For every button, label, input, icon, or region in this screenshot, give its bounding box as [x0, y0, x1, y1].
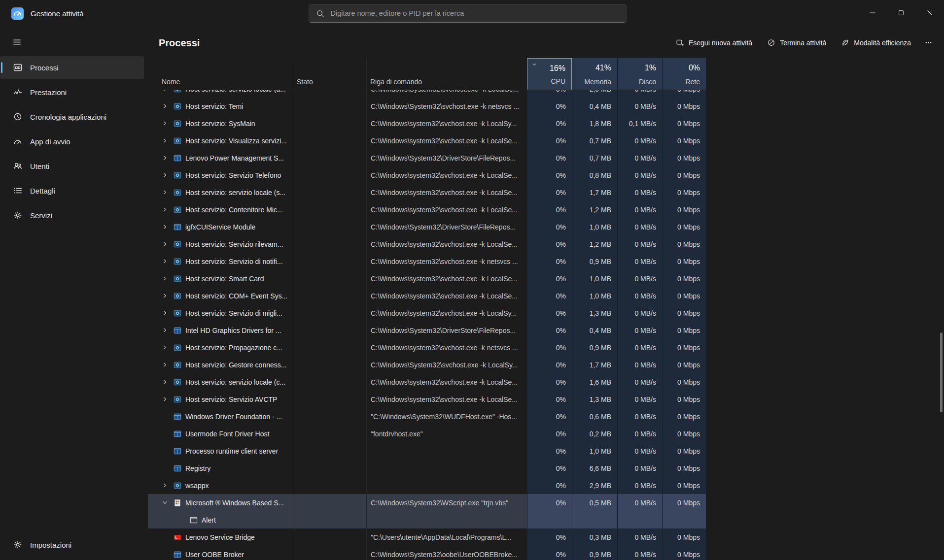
chevron-right-icon[interactable]: [162, 155, 174, 161]
network-value-cell: 0 Mbps: [662, 149, 706, 166]
chevron-right-icon[interactable]: [162, 120, 174, 127]
process-row[interactable]: Host servizio: Servizio di notifi...C:\W…: [148, 253, 706, 270]
process-row[interactable]: Host servizio: servizio locale (c...C:\W…: [148, 373, 706, 391]
cpu-aggregate: 16%: [550, 64, 565, 73]
process-row[interactable]: Intel HD Graphics Drivers for ...C:\Wind…: [148, 322, 706, 339]
column-header-disco[interactable]: 1% Disco: [617, 58, 662, 90]
sidebar-item-dettagli[interactable]: Dettagli: [0, 179, 144, 202]
cpu-value-cell: 0%: [527, 253, 572, 270]
process-row[interactable]: Host servizio: Visualizza servizi...C:\W…: [148, 132, 706, 149]
chevron-right-icon[interactable]: [162, 344, 174, 351]
process-row[interactable]: Processo runtime client server0%1,0 MB0 …: [148, 442, 706, 460]
process-name: Host servizio: servizio locale (c...: [185, 378, 285, 386]
sidebar-item-prestazioni[interactable]: Prestazioni: [0, 81, 144, 103]
performance-icon: [13, 87, 23, 97]
process-row[interactable]: Microsoft ® Windows Based S...C:\Windows…: [148, 494, 706, 511]
chevron-right-icon[interactable]: [162, 258, 174, 264]
cpu-value-cell: 0%: [527, 339, 572, 356]
sidebar-item-cronologia-applicazioni[interactable]: Cronologia applicazioni: [0, 105, 144, 128]
process-row[interactable]: igfxCUIService ModuleC:\Windows\System32…: [148, 218, 706, 235]
chevron-right-icon[interactable]: [162, 293, 174, 299]
memory-value-cell: 1,0 MB: [572, 270, 617, 287]
column-header-stato[interactable]: Stato: [297, 78, 313, 86]
status-cell: [293, 90, 366, 98]
script-icon: [174, 499, 185, 507]
process-row[interactable]: Alert: [148, 511, 706, 528]
process-row[interactable]: Host servizio: Gestore conness...C:\Wind…: [148, 356, 706, 373]
chevron-right-icon[interactable]: [162, 241, 174, 247]
process-row[interactable]: Host servizio: servizio locale (s...C:\W…: [148, 184, 706, 201]
cmdline-cell: C:\Windows\system32\svchost.exe -k Local…: [366, 115, 527, 132]
process-row[interactable]: Host servizio: TemiC:\Windows\System32\s…: [148, 98, 706, 115]
sidebar-item-servizi[interactable]: Servizi: [0, 204, 144, 227]
chevron-right-icon[interactable]: [162, 379, 174, 385]
process-row[interactable]: User OOBE BrokerC:\Windows\System32\oobe…: [148, 546, 706, 560]
menu-button[interactable]: [7, 34, 27, 52]
process-row[interactable]: Host servizio: Smart CardC:\Windows\syst…: [148, 270, 706, 287]
memory-value-cell: 0,2 MB: [572, 425, 617, 442]
process-row[interactable]: wsappx0%2,9 MB0 MB/s0 Mbps: [148, 477, 706, 494]
process-row[interactable]: Host servizio: Servizio TelefonoC:\Windo…: [148, 166, 706, 184]
column-header-riga-di-comando[interactable]: Riga di comando: [370, 78, 422, 86]
status-cell: [293, 511, 366, 528]
chevron-right-icon[interactable]: [162, 362, 174, 368]
maximize-button[interactable]: [887, 0, 915, 27]
modalit-efficienza-button[interactable]: Modalità efficienza: [835, 34, 917, 51]
process-name-cell: Host servizio: COM+ Event Sys...: [148, 287, 293, 304]
process-row[interactable]: Host servizio: Propagazione c...C:\Windo…: [148, 339, 706, 356]
chevron-right-icon[interactable]: [162, 482, 174, 489]
chevron-right-icon[interactable]: [162, 172, 174, 178]
esegui-nuova-attivit-button[interactable]: Esegui nuova attività: [670, 34, 758, 51]
termina-attivit-button[interactable]: Termina attività: [761, 34, 832, 51]
sidebar-item-app-di-avvio[interactable]: App di avvio: [0, 130, 144, 153]
chevron-right-icon[interactable]: [162, 327, 174, 333]
chevron-right-icon[interactable]: [162, 310, 174, 316]
status-cell: [293, 287, 366, 304]
chevron-right-icon[interactable]: [162, 396, 174, 402]
minimize-button[interactable]: [858, 0, 887, 27]
disk-value-cell: 0 MB/s: [617, 391, 662, 408]
column-header-cpu[interactable]: 16% CPU: [527, 58, 572, 90]
process-row[interactable]: Lenovo Power Management S...C:\Windows\S…: [148, 149, 706, 166]
process-name-cell: Windows Driver Foundation - ...: [148, 408, 293, 425]
chevron-right-icon[interactable]: [162, 137, 174, 144]
cmdline-cell: C:\Windows\system32\svchost.exe -k Local…: [366, 166, 527, 184]
process-row[interactable]: Host servizio: COM+ Event Sys...C:\Windo…: [148, 287, 706, 304]
app-window-icon: [174, 223, 185, 231]
process-row[interactable]: Host servizio: Servizio di migli...C:\Wi…: [148, 304, 706, 322]
memory-value-cell: 2,9 MB: [572, 477, 617, 494]
process-row[interactable]: Registry0%6,6 MB0 MB/s0 Mbps: [148, 460, 706, 477]
chevron-right-icon[interactable]: [162, 90, 174, 92]
cmdline-cell: [366, 511, 527, 528]
process-row[interactable]: Windows Driver Foundation - ..."C:\Windo…: [148, 408, 706, 425]
chevron-right-icon[interactable]: [162, 224, 174, 230]
sidebar-item-utenti[interactable]: Utenti: [0, 155, 144, 177]
chevron-right-icon[interactable]: [162, 189, 174, 196]
column-header-memoria[interactable]: 41% Memoria: [572, 58, 617, 90]
chevron-down-icon[interactable]: [162, 499, 174, 506]
chevron-right-icon[interactable]: [162, 275, 174, 282]
column-header-rete[interactable]: 0% Rete: [662, 58, 706, 90]
process-row[interactable]: Lenovo Service Bridge"C:\Users\utente\Ap…: [148, 528, 706, 546]
chevron-right-icon[interactable]: [162, 103, 174, 109]
process-row[interactable]: Host servizio: Servizio AVCTPC:\Windows\…: [148, 391, 706, 408]
service-icon: [174, 258, 185, 265]
process-row[interactable]: Host servizio: SysMainC:\Windows\system3…: [148, 115, 706, 132]
process-row[interactable]: Host servizio: servizio locale (a...C:\W…: [148, 90, 706, 98]
process-row[interactable]: Usermode Font Driver Host"fontdrvhost.ex…: [148, 425, 706, 442]
memory-value-cell: 1,6 MB: [572, 373, 617, 391]
vertical-scrollbar[interactable]: [940, 332, 943, 412]
column-header-nome[interactable]: Nome: [162, 78, 180, 86]
status-cell: [293, 270, 366, 287]
service-icon: [174, 344, 185, 352]
search-input[interactable]: Digitare nome, editore o PID per la rice…: [309, 4, 627, 23]
process-row[interactable]: Host servizio: Servizio rilevam...C:\Win…: [148, 235, 706, 253]
sidebar-item-impostazioni[interactable]: Impostazioni: [0, 533, 144, 556]
status-cell: [293, 356, 366, 373]
more-button[interactable]: [920, 34, 937, 51]
memory-value-cell: 1,7 MB: [572, 356, 617, 373]
process-row[interactable]: Host servizio: Contenitore Mic...C:\Wind…: [148, 201, 706, 218]
close-button[interactable]: [915, 0, 944, 27]
sidebar-item-processi[interactable]: Processi: [0, 56, 144, 79]
chevron-right-icon[interactable]: [162, 206, 174, 213]
